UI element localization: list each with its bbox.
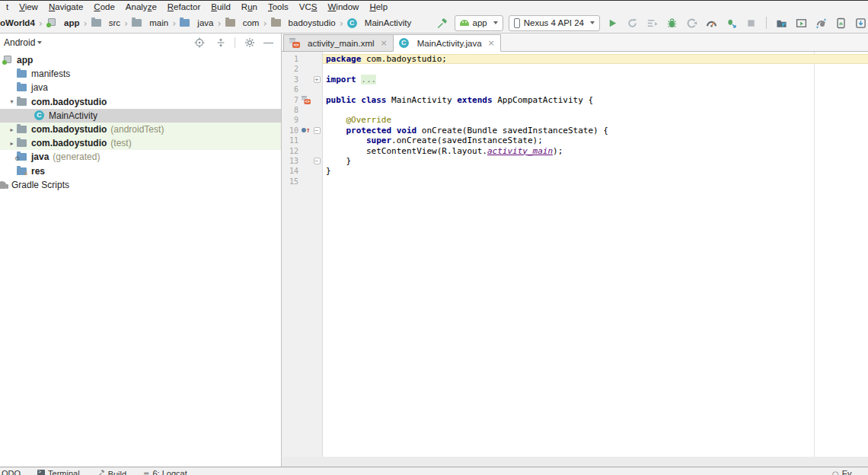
code-text[interactable]: super.onCreate(savedInstanceState); (323, 135, 868, 145)
menu-tools[interactable]: Tools (263, 2, 294, 11)
sync-gradle-button[interactable] (814, 16, 828, 30)
tree-item-com-badoystudio[interactable]: ▾com.badoystudio (0, 95, 281, 109)
code-text[interactable]: package com.badoystudio; (323, 54, 868, 64)
tab-activity-main-xml[interactable]: <>activity_main.xml× (283, 34, 394, 52)
tree-item-res[interactable]: ≡res (0, 164, 281, 178)
tree-item-label: com.badoystudio (31, 97, 107, 107)
code-line[interactable]: 15 (282, 177, 868, 186)
code-text[interactable]: setContentView(R.layout.activity_main); (323, 146, 868, 156)
breadcrumb-item-app[interactable]: app (46, 18, 79, 27)
tree-item-com-badoystudio-test[interactable]: ▸com.badoystudio(test) (0, 136, 281, 150)
code-line[interactable]: 7<>public class MainActivity extends App… (282, 95, 868, 105)
fold-collapse-icon[interactable]: − (314, 158, 321, 164)
menu-refactor[interactable]: Refactor (162, 2, 206, 11)
code-line[interactable]: 12 setContentView(R.layout.activity_main… (282, 146, 868, 156)
tree-item-app[interactable]: app (0, 53, 281, 67)
menu-help[interactable]: Help (364, 2, 393, 11)
chevron-right-icon[interactable]: ▸ (7, 126, 17, 133)
build-hammer-button[interactable] (435, 16, 449, 30)
toolwindow-button-6-logcat[interactable]: ≡6: Logcat (143, 469, 187, 475)
code-text[interactable] (323, 105, 868, 115)
code-line[interactable]: 9 @Override (282, 115, 868, 125)
tree-item-mainactivity[interactable]: CMainActivity (0, 109, 281, 123)
tree-item-suffix: (test) (110, 138, 131, 148)
code-text[interactable]: } (323, 166, 868, 176)
device-select[interactable]: Nexus 4 API 24 (509, 15, 600, 31)
close-icon[interactable]: × (488, 38, 495, 48)
logcat-button[interactable] (794, 16, 809, 30)
breadcrumb-item-com[interactable]: com (225, 18, 260, 27)
code-text[interactable]: @Override (323, 115, 868, 125)
toolwindow-button-odo[interactable]: ODO (2, 469, 21, 475)
attach-debugger-button[interactable] (724, 16, 739, 30)
overrides-method-icon[interactable]: ↑ (302, 126, 311, 135)
menu-view[interactable]: View (14, 2, 43, 11)
code-line[interactable]: 3+import ... (282, 75, 868, 84)
code-text[interactable]: protected void onCreate(Bundle savedInst… (323, 126, 868, 135)
code-text[interactable] (323, 64, 868, 74)
project-view-selector[interactable]: Android (4, 37, 42, 48)
avd-manager-button[interactable] (834, 16, 848, 30)
code-line[interactable]: 11 super.onCreate(savedInstanceState); (282, 135, 868, 145)
device-file-explorer-button[interactable] (774, 16, 789, 30)
code-line[interactable]: 8 (282, 105, 868, 115)
fold-collapse-icon[interactable]: − (314, 127, 321, 134)
menu-t[interactable]: t (1, 2, 14, 11)
fold-expand-icon[interactable]: + (314, 76, 321, 83)
menu-navigate[interactable]: Navigate (43, 2, 88, 11)
chevron-down-icon[interactable]: ▾ (7, 98, 17, 105)
settings-button[interactable] (242, 36, 257, 50)
apply-changes-button[interactable] (625, 16, 640, 30)
code-text[interactable]: } (323, 156, 868, 166)
breadcrumb-item-java[interactable]: java (180, 18, 213, 27)
sdk-manager-button[interactable] (854, 16, 868, 30)
tree-item-java[interactable]: java (0, 81, 281, 94)
tab-mainactivity-java[interactable]: CMainActivity.java× (393, 34, 501, 52)
breadcrumb-item-oworld4[interactable]: oWorld4 (0, 18, 35, 27)
menu-code[interactable]: Code (88, 2, 120, 11)
code-line[interactable]: 14} (282, 166, 868, 176)
run-button[interactable] (605, 16, 620, 30)
gutter: 13− (282, 156, 323, 166)
code-text[interactable]: import ... (323, 75, 868, 84)
code-text[interactable]: public class MainActivity extends AppCom… (323, 95, 868, 105)
tree-item-gradle-scripts[interactable]: Gradle Scripts (0, 178, 281, 192)
fold-column: − (312, 127, 321, 134)
code-line[interactable]: 10↑− protected void onCreate(Bundle save… (282, 126, 868, 135)
hide-panel-button[interactable]: — (263, 39, 273, 46)
tree-item-manifests[interactable]: manifests (0, 67, 281, 81)
close-icon[interactable]: × (381, 38, 388, 48)
menu-build[interactable]: Build (206, 2, 236, 11)
menu-window[interactable]: Window (322, 2, 364, 11)
project-tree: appmanifestsjava▾com.badoystudioCMainAct… (0, 52, 281, 467)
folder-icon (17, 70, 27, 78)
menu-vcs[interactable]: VCS (294, 2, 323, 11)
locate-button[interactable] (192, 36, 206, 50)
tree-item-java-generated[interactable]: ⚙java(generated) (0, 150, 281, 164)
code-line[interactable]: 2 (282, 64, 868, 74)
code-text[interactable] (323, 177, 868, 186)
breadcrumb-item-main[interactable]: main (132, 18, 168, 27)
run-configuration-select[interactable]: app (455, 15, 503, 31)
menu-run[interactable]: Run (236, 2, 263, 11)
event-log-button[interactable]: ○Ev (832, 469, 852, 475)
toolwindow-button-build[interactable]: Build (97, 469, 126, 475)
chevron-right-icon[interactable]: ▸ (7, 140, 17, 147)
code-line[interactable]: 13− } (282, 156, 868, 166)
toolwindow-button-terminal[interactable]: Terminal (37, 469, 80, 475)
debug-button[interactable] (665, 16, 679, 30)
breadcrumb-item-mainactivity[interactable]: CMainActivity (347, 18, 411, 28)
breadcrumb-item-src[interactable]: src (91, 18, 120, 27)
apply-code-changes-button[interactable] (645, 16, 659, 30)
breadcrumb-item-badoystudio[interactable]: badoystudio (271, 18, 336, 27)
tree-item-com-badoystudio-androidtest[interactable]: ▸com.badoystudio(androidTest) (0, 123, 281, 136)
code-line[interactable]: 1package com.badoystudio; (282, 54, 868, 64)
menu-analyze[interactable]: Analyze (120, 2, 162, 11)
code-line[interactable]: 6 (282, 84, 868, 94)
stop-button[interactable] (744, 16, 758, 30)
code-text[interactable] (323, 84, 868, 94)
profiler-button[interactable] (704, 16, 719, 30)
collapse-all-button[interactable] (213, 36, 228, 50)
code-editor[interactable]: 1package com.badoystudio;23+import ...67… (282, 52, 868, 457)
profile-button[interactable] (685, 16, 699, 30)
